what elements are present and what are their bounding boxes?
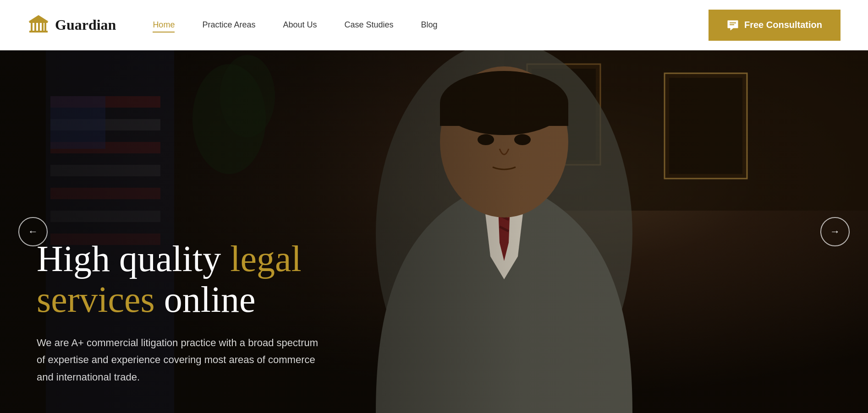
- hero-title: High quality legal services online: [37, 239, 321, 321]
- hero-title-gold2: services: [37, 279, 155, 320]
- main-nav: Home Practice Areas About Us Case Studie…: [153, 20, 709, 30]
- carousel-prev-button[interactable]: ←: [18, 217, 48, 246]
- hero-content: High quality legal services online We ar…: [37, 239, 321, 386]
- hero-title-part3: online: [155, 279, 256, 320]
- svg-rect-1: [29, 22, 48, 23]
- chat-icon: [727, 20, 739, 31]
- next-arrow-icon: →: [830, 226, 840, 238]
- svg-rect-0: [29, 31, 48, 33]
- cta-label: Free Consultation: [744, 20, 822, 30]
- prev-arrow-icon: ←: [28, 226, 38, 238]
- hero-section: High quality legal services online We ar…: [0, 50, 868, 413]
- hero-title-gold1: legal: [230, 239, 301, 279]
- nav-item-blog[interactable]: Blog: [421, 20, 438, 30]
- free-consultation-button[interactable]: Free Consultation: [709, 10, 841, 41]
- svg-marker-7: [28, 15, 49, 22]
- logo-icon: [27, 13, 49, 37]
- header: Guardian Home Practice Areas About Us Ca…: [0, 0, 868, 50]
- hero-subtitle: We are A+ commercial litigation practice…: [37, 334, 321, 386]
- svg-rect-4: [38, 23, 40, 31]
- svg-rect-6: [44, 23, 46, 31]
- nav-item-about-us[interactable]: About Us: [283, 20, 317, 30]
- hero-title-part1: High quality: [37, 239, 230, 279]
- nav-item-home[interactable]: Home: [153, 20, 175, 30]
- logo-link[interactable]: Guardian: [27, 13, 116, 37]
- nav-item-practice-areas[interactable]: Practice Areas: [202, 20, 255, 30]
- nav-item-case-studies[interactable]: Case Studies: [345, 20, 394, 30]
- logo-text: Guardian: [55, 16, 116, 33]
- svg-rect-3: [34, 23, 36, 31]
- svg-rect-5: [42, 23, 44, 31]
- carousel-next-button[interactable]: →: [820, 217, 850, 246]
- svg-rect-2: [31, 23, 33, 31]
